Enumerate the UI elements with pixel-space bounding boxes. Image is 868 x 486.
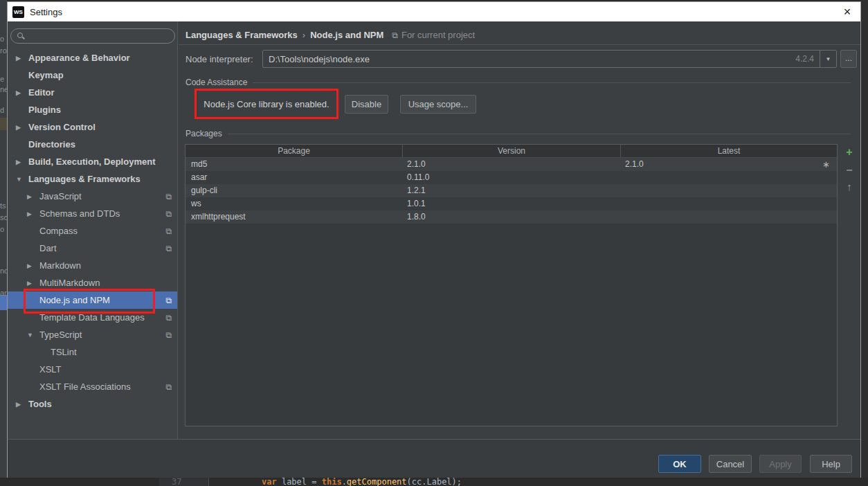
chevron-right-icon[interactable]: ▶ — [27, 210, 39, 217]
sidebar-item-schemas-and-dtds[interactable]: ▶Schemas and DTDs⧉ — [8, 205, 177, 222]
chevron-right-icon[interactable]: ▶ — [27, 262, 39, 269]
sidebar-item-typescript[interactable]: ▼TypeScript⧉ — [8, 326, 177, 343]
packages-table-header[interactable]: PackageVersionLatest — [186, 145, 837, 158]
scope-label: For current project — [401, 30, 475, 40]
package-name: ws — [191, 197, 201, 210]
upgrade-package-icon[interactable]: ↑ — [839, 180, 860, 194]
chevron-down-icon[interactable]: ▼ — [27, 332, 39, 339]
node-interpreter-combobox[interactable]: D:\Tools\nodejs\node.exe 4.2.4 ▼ — [262, 50, 837, 68]
sidebar-item-label: XSLT File Associations — [39, 381, 165, 392]
background-text-fragment: o — [0, 225, 4, 233]
sidebar-item-xslt[interactable]: XSLT — [8, 361, 177, 378]
column-header-package[interactable]: Package — [186, 145, 403, 157]
sidebar-item-label: Node.js and NPM — [39, 295, 165, 305]
node-interpreter-label: Node interpreter: — [186, 54, 253, 64]
sidebar-item-node-js-and-npm[interactable]: Node.js and NPM⧉ — [8, 291, 177, 309]
code-token: . — [342, 478, 347, 486]
chevron-right-icon[interactable]: ▶ — [16, 89, 28, 96]
title-bar[interactable]: WS Settings × — [8, 2, 860, 21]
sidebar-item-version-control[interactable]: ▶Version Control — [8, 118, 177, 136]
table-row-xmlhttprequest[interactable]: xmlhttprequest1.8.0 — [186, 210, 837, 224]
code-token: this — [322, 478, 342, 486]
apply-button[interactable]: Apply — [759, 455, 802, 473]
background-editor-strip: 37 var label = this.getComponent(cc.Labe… — [0, 478, 868, 486]
table-row-md5[interactable]: md52.1.02.1.0∗ — [186, 158, 837, 171]
sidebar-item-xslt-file-associations[interactable]: XSLT File Associations⧉ — [8, 378, 177, 395]
sidebar-item-appearance-behavior[interactable]: ▶Appearance & Behavior — [8, 49, 177, 66]
package-version: 0.11.0 — [407, 171, 429, 184]
sidebar-item-label: Plugins — [28, 105, 177, 115]
sidebar-item-label: Languages & Frameworks — [28, 174, 177, 184]
settings-sidebar: ▶Appearance & BehaviorKeymap▶EditorPlugi… — [8, 21, 178, 439]
chevron-right-icon[interactable]: ▶ — [16, 124, 28, 131]
core-library-status: Node.js Core library is enabled. — [204, 99, 329, 109]
sidebar-item-tools[interactable]: ▶Tools — [8, 395, 177, 413]
chevron-right-icon[interactable]: ▶ — [16, 401, 28, 408]
per-project-settings-icon: ⧉ — [165, 226, 172, 236]
sidebar-item-label: Tools — [28, 399, 177, 409]
sidebar-item-markdown[interactable]: ▶Markdown — [8, 257, 177, 274]
chevron-right-icon[interactable]: ▶ — [16, 55, 28, 62]
sidebar-item-tslint[interactable]: TSLint — [8, 343, 177, 361]
column-header-latest[interactable]: Latest — [621, 145, 837, 157]
table-row-ws[interactable]: ws1.0.1 — [186, 197, 837, 210]
chevron-right-icon[interactable]: ▶ — [27, 193, 39, 200]
package-latest: 2.1.0 — [625, 158, 644, 171]
sidebar-item-multimarkdown[interactable]: ▶MultiMarkdown — [8, 274, 177, 291]
chevron-down-icon[interactable]: ▼ — [16, 176, 28, 183]
background-selection-blue — [0, 295, 7, 310]
sidebar-item-label: Markdown — [39, 260, 177, 271]
table-row-asar[interactable]: asar0.11.0 — [186, 171, 837, 184]
background-selection-olive — [0, 118, 7, 130]
search-input[interactable] — [10, 28, 175, 44]
package-version: 1.8.0 — [407, 210, 426, 224]
separator-line — [179, 44, 860, 45]
chevron-right-icon[interactable]: ▶ — [16, 159, 28, 165]
help-button[interactable]: Help — [810, 455, 852, 473]
sidebar-item-plugins[interactable]: Plugins — [8, 101, 177, 118]
sidebar-item-build-execution-deployment[interactable]: ▶Build, Execution, Deployment — [8, 153, 177, 170]
sidebar-item-editor[interactable]: ▶Editor — [8, 84, 177, 101]
sidebar-item-compass[interactable]: Compass⧉ — [8, 222, 177, 240]
sidebar-item-languages-frameworks[interactable]: ▼Languages & Frameworks — [8, 170, 177, 188]
sidebar-item-javascript[interactable]: ▶JavaScript⧉ — [8, 188, 177, 205]
code-token: label — [282, 478, 311, 486]
sidebar-item-label: Keymap — [28, 70, 177, 80]
cancel-button[interactable]: Cancel — [709, 455, 752, 473]
chevron-right-icon[interactable]: ▶ — [27, 280, 39, 287]
background-project-tree-strip: oroenedtssoonoar — [0, 0, 7, 478]
sidebar-item-label: Directories — [28, 139, 177, 150]
sidebar-item-template-data-languages[interactable]: Template Data Languages⧉ — [8, 309, 177, 326]
code-token: getComponent — [347, 478, 407, 486]
close-icon[interactable]: × — [840, 4, 855, 19]
sidebar-item-dart[interactable]: Dart⧉ — [8, 240, 177, 257]
sidebar-item-keymap[interactable]: Keymap — [8, 66, 177, 84]
column-header-version[interactable]: Version — [403, 145, 621, 157]
per-project-settings-icon: ⧉ — [165, 382, 172, 392]
add-package-icon[interactable]: + — [839, 145, 860, 159]
background-text-fragment: ar — [0, 289, 7, 297]
section-rule — [228, 134, 851, 134]
settings-dialog: WS Settings × ▶Appearance & BehaviorKeym… — [7, 1, 861, 478]
sidebar-item-label: Dart — [39, 243, 165, 253]
per-project-settings-icon: ⧉ — [165, 313, 172, 323]
usage-scope-button[interactable]: Usage scope... — [400, 95, 476, 114]
browse-button[interactable]: ... — [840, 50, 857, 68]
disable-button[interactable]: Disable — [345, 95, 388, 114]
sidebar-item-label: MultiMarkdown — [39, 278, 177, 288]
annotation-box-core-library: Node.js Core library is enabled. — [195, 89, 338, 119]
table-row-gulp-cli[interactable]: gulp-cli1.2.1 — [186, 184, 837, 197]
background-text-fragment: e — [0, 75, 4, 83]
sidebar-item-label: Template Data Languages — [39, 312, 165, 323]
background-text-fragment: ts — [0, 201, 6, 210]
sidebar-item-directories[interactable]: Directories — [8, 136, 177, 153]
chevron-down-icon[interactable]: ▼ — [820, 51, 836, 67]
ok-button[interactable]: OK — [658, 455, 701, 473]
remove-package-icon[interactable]: − — [839, 163, 860, 177]
settings-content-pane: Languages & Frameworks › Node.js and NPM… — [179, 21, 860, 439]
breadcrumb-page: Node.js and NPM — [310, 30, 383, 40]
breadcrumb-section[interactable]: Languages & Frameworks — [186, 30, 298, 40]
per-project-settings-icon: ⧉ — [165, 244, 172, 253]
code-token: (cc.Label); — [407, 478, 462, 486]
code-assistance-title: Code Assistance — [186, 78, 247, 87]
